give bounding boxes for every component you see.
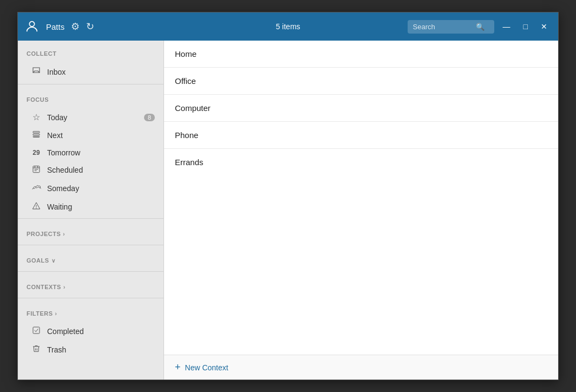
minimize-button[interactable]: — (499, 21, 515, 32)
plus-icon: + (175, 362, 181, 373)
sidebar-item-waiting[interactable]: Waiting (18, 198, 163, 216)
list-item[interactable]: Phone (164, 122, 558, 149)
list-item[interactable]: Office (164, 68, 558, 95)
sidebar: COLLECT Inbox FOCUS ☆ Today (18, 41, 164, 380)
svg-rect-2 (33, 134, 40, 135)
today-icon: ☆ (31, 112, 42, 122)
waiting-label: Waiting (47, 202, 155, 211)
projects-section: PROJECTS › (18, 221, 163, 243)
trash-icon (31, 344, 42, 355)
divider-3 (18, 245, 163, 245)
user-name: Patts (46, 22, 64, 31)
next-icon (31, 130, 42, 141)
maximize-button[interactable]: □ (519, 21, 532, 32)
scheduled-label: Scheduled (47, 166, 155, 174)
sidebar-item-someday[interactable]: Someday (18, 179, 163, 198)
collect-section: COLLECT (18, 41, 163, 62)
divider-5 (18, 298, 163, 298)
item-label: Errands (175, 158, 204, 167)
tomorrow-icon: 29 (31, 149, 42, 156)
item-label: Computer (175, 103, 211, 113)
filters-section: FILTERS › (18, 300, 163, 322)
search-icon: 🔍 (476, 23, 485, 31)
sidebar-item-tomorrow[interactable]: 29 Tomorrow (18, 145, 163, 161)
goals-header[interactable]: GOALS ∨ (27, 254, 155, 267)
sidebar-item-completed[interactable]: Completed (18, 322, 163, 341)
titlebar-center: 5 items (200, 22, 376, 31)
someday-label: Someday (47, 184, 155, 193)
today-badge: 8 (144, 114, 155, 121)
sidebar-item-trash[interactable]: Trash (18, 341, 163, 359)
contexts-section: CONTEXTS › (18, 274, 163, 296)
close-button[interactable]: ✕ (536, 21, 552, 32)
titlebar: Patts ⚙ ↻ 5 items 🔍 — □ ✕ (18, 12, 558, 41)
scheduled-icon (31, 165, 42, 175)
item-label: Office (175, 76, 196, 86)
divider-4 (18, 271, 163, 272)
trash-label: Trash (47, 345, 155, 354)
contexts-header[interactable]: CONTEXTS › (27, 280, 155, 293)
list-item[interactable]: Home (164, 41, 558, 68)
user-icon (24, 19, 40, 34)
sidebar-item-next[interactable]: Next (18, 126, 163, 145)
filters-header[interactable]: FILTERS › (27, 307, 155, 320)
search-input[interactable] (413, 23, 473, 31)
projects-header[interactable]: PROJECTS › (27, 227, 155, 240)
settings-icon[interactable]: ⚙ (71, 21, 80, 32)
goals-section: GOALS ∨ (18, 247, 163, 269)
titlebar-left: Patts ⚙ ↻ (24, 19, 200, 34)
items-count: 5 items (276, 22, 300, 31)
inbox-icon (31, 66, 42, 78)
goals-chevron: ∨ (51, 258, 56, 264)
svg-rect-1 (33, 132, 40, 133)
svg-point-12 (36, 208, 37, 208)
tomorrow-label: Tomorrow (47, 148, 155, 157)
sidebar-item-inbox[interactable]: Inbox (18, 62, 163, 82)
svg-rect-13 (33, 327, 40, 334)
divider-1 (18, 84, 163, 84)
new-context-label: New Context (185, 363, 228, 372)
sidebar-item-today[interactable]: ☆ Today 8 (18, 108, 163, 126)
divider-2 (18, 218, 163, 219)
today-label: Today (47, 113, 139, 122)
list-item[interactable]: Errands (164, 149, 558, 175)
content: COLLECT Inbox FOCUS ☆ Today (18, 41, 558, 380)
sync-icon[interactable]: ↻ (86, 21, 94, 32)
titlebar-right: 🔍 — □ ✕ (376, 20, 552, 34)
context-list: Home Office Computer Phone Errands (164, 41, 558, 355)
projects-chevron: › (63, 231, 65, 237)
completed-label: Completed (47, 327, 155, 336)
next-label: Next (47, 131, 155, 140)
inbox-label: Inbox (47, 68, 155, 76)
filters-chevron: › (55, 311, 57, 317)
sidebar-item-scheduled[interactable]: Scheduled (18, 161, 163, 179)
svg-rect-3 (33, 136, 40, 137)
completed-icon (31, 326, 42, 337)
svg-point-0 (29, 22, 34, 27)
main-content: Home Office Computer Phone Errands + (164, 41, 558, 380)
list-item[interactable]: Computer (164, 95, 558, 122)
app-window: Patts ⚙ ↻ 5 items 🔍 — □ ✕ COLLECT (17, 12, 559, 380)
item-label: Phone (175, 130, 198, 140)
focus-section: FOCUS (18, 87, 163, 108)
search-box[interactable]: 🔍 (408, 20, 494, 34)
focus-header: FOCUS (27, 93, 155, 106)
someday-icon (31, 183, 42, 194)
item-label: Home (175, 49, 197, 58)
contexts-chevron: › (63, 284, 66, 290)
main-footer: + New Context (164, 355, 558, 380)
collect-header: COLLECT (27, 47, 155, 60)
waiting-icon (31, 201, 42, 212)
new-context-button[interactable]: + New Context (175, 362, 228, 373)
